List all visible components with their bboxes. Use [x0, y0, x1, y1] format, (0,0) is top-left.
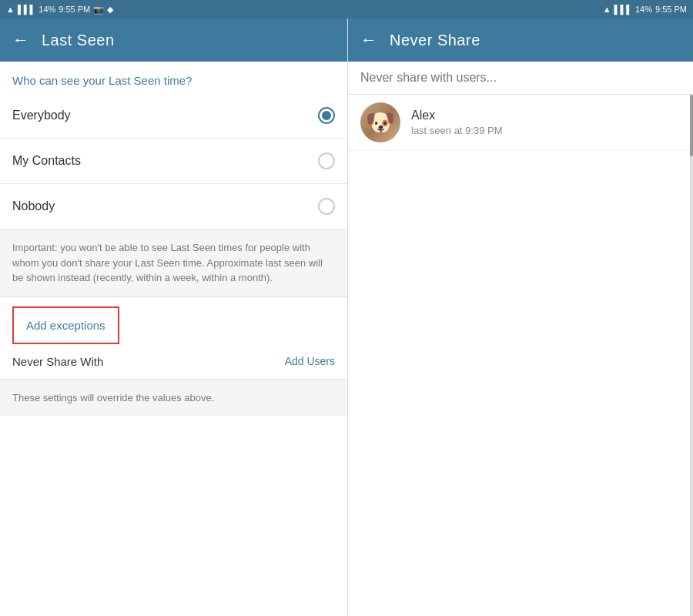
right-content: Alex last seen at 9:39 PM [348, 95, 693, 616]
right-panel: ← Never Share Alex last seen at 9:39 PM [348, 18, 693, 616]
add-exceptions-button[interactable]: Add exceptions [12, 306, 119, 344]
contact-item-alex: Alex last seen at 9:39 PM [348, 95, 693, 151]
everybody-radio[interactable] [318, 107, 335, 124]
contact-status-alex: last seen at 9:39 PM [411, 125, 681, 136]
signal-icon-left: ▌▌▌ [18, 5, 35, 14]
nobody-label: Nobody [12, 199, 55, 213]
status-bar-left: ▲ ▌▌▌ 14% 9:55 PM 📷 ◆ [6, 5, 113, 15]
search-bar [348, 62, 693, 95]
signal-icon-right: ▌▌▌ [614, 5, 632, 14]
section-title: Who can see your Last Seen time? [0, 62, 347, 93]
everybody-label: Everybody [12, 109, 71, 122]
option-my-contacts[interactable]: My Contacts [0, 139, 347, 184]
scrollbar-track[interactable] [690, 95, 693, 616]
status-bar-right: ▲ ▌▌▌ 14% 9:55 PM [603, 5, 687, 14]
contact-name-alex: Alex [411, 109, 681, 122]
left-screen-title: Last Seen [42, 32, 115, 49]
status-bar: ▲ ▌▌▌ 14% 9:55 PM 📷 ◆ ▲ ▌▌▌ 14% 9:55 PM [0, 0, 693, 18]
never-share-with-label: Never Share With [12, 355, 103, 368]
left-content: Who can see your Last Seen time? Everybo… [0, 62, 347, 616]
right-app-bar: ← Never Share [348, 18, 693, 62]
info-box: Important: you won't be able to see Last… [0, 229, 347, 297]
wifi-icon-right: ▲ [603, 5, 611, 14]
main-container: ← Last Seen Who can see your Last Seen t… [0, 18, 693, 616]
exceptions-section: Add exceptions Never Share With Add User… [0, 297, 347, 417]
left-panel: ← Last Seen Who can see your Last Seen t… [0, 18, 348, 616]
battery-left: 14% [38, 5, 55, 14]
override-info: These settings will override the values … [0, 380, 347, 417]
my-contacts-radio[interactable] [318, 152, 335, 169]
camera-icon: 📷 [93, 5, 104, 15]
dropbox-icon: ◆ [107, 5, 113, 15]
never-share-row: Never Share With Add Users [0, 344, 347, 380]
nobody-radio[interactable] [318, 198, 335, 215]
left-back-button[interactable]: ← [12, 30, 29, 50]
wifi-icon-left: ▲ [6, 5, 15, 14]
time-left: 9:55 PM [59, 5, 90, 14]
right-back-button[interactable]: ← [360, 30, 377, 50]
add-users-button[interactable]: Add Users [285, 355, 335, 367]
option-everybody[interactable]: Everybody [0, 93, 347, 139]
scrollbar-thumb[interactable] [690, 95, 693, 156]
time-right: 9:55 PM [655, 5, 687, 14]
avatar-alex [360, 102, 400, 142]
option-nobody[interactable]: Nobody [0, 184, 347, 229]
left-app-bar: ← Last Seen [0, 18, 347, 62]
right-screen-title: Never Share [390, 32, 480, 49]
battery-right: 14% [635, 5, 652, 14]
my-contacts-label: My Contacts [12, 154, 81, 168]
contact-info-alex: Alex last seen at 9:39 PM [411, 109, 681, 136]
search-input[interactable] [360, 71, 681, 85]
